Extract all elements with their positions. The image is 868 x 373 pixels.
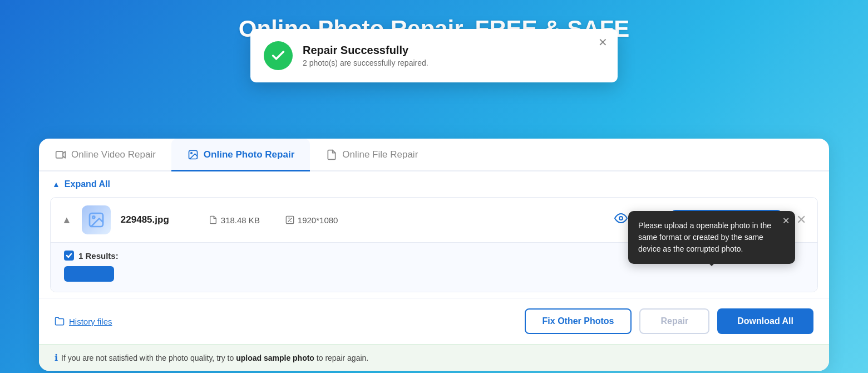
results-checkbox[interactable]: [64, 251, 74, 261]
download-all-button[interactable]: Download All: [717, 308, 813, 334]
svg-point-7: [619, 217, 623, 220]
svg-point-5: [92, 216, 95, 218]
photo-icon: [187, 149, 199, 161]
history-files-label: History files: [69, 317, 112, 326]
tab-photo-label: Online Photo Repair: [204, 149, 294, 160]
bottom-actions: Fix Other Photos Repair Download All: [525, 308, 813, 334]
tab-photo[interactable]: Online Photo Repair: [171, 139, 310, 171]
results-count-label: 1 Results:: [78, 251, 119, 261]
file-thumbnail: [82, 205, 111, 234]
toast-text: Repair Successfully 2 photo(s) are succe…: [303, 44, 428, 67]
toast-title: Repair Successfully: [303, 44, 428, 57]
expand-all-row[interactable]: ▲ Expand All: [39, 171, 829, 197]
chevron-up-icon: ▲: [52, 180, 60, 189]
file-dimensions: 1920*1080: [298, 215, 338, 225]
repair-button[interactable]: Repair: [639, 308, 709, 334]
footer-hint-suffix: to repair again.: [314, 354, 368, 362]
file-size: 318.48 KB: [221, 215, 260, 225]
file-icon: [326, 149, 338, 161]
file-close-icon[interactable]: ✕: [796, 213, 806, 227]
info-icon: ℹ: [55, 352, 58, 363]
svg-point-3: [191, 153, 193, 154]
tab-file[interactable]: Online File Repair: [310, 139, 433, 171]
bottom-bar: History files Fix Other Photos Repair Do…: [39, 298, 829, 344]
toast-close-button[interactable]: ✕: [598, 37, 608, 48]
svg-rect-0: [56, 151, 63, 158]
tooltip-close-button[interactable]: ✕: [782, 215, 790, 226]
video-icon: [55, 149, 67, 161]
result-preview-bar: [64, 266, 114, 282]
footer-hint-prefix: If you are not satisfied with the photo …: [61, 354, 236, 362]
tabs-row: Online Video Repair Online Photo Repair …: [39, 139, 829, 171]
expand-all-label: Expand All: [65, 179, 110, 189]
file-row-chevron[interactable]: ▲: [62, 214, 72, 226]
footer-hint-text: If you are not satisfied with the photo …: [61, 354, 368, 362]
main-panel: Online Video Repair Online Photo Repair …: [39, 139, 829, 371]
tab-file-label: Online File Repair: [342, 149, 418, 160]
preview-icon[interactable]: [614, 212, 628, 228]
success-toast: Repair Successfully 2 photo(s) are succe…: [250, 29, 618, 82]
file-dimensions-meta: 1920*1080: [285, 215, 363, 225]
history-files-link[interactable]: History files: [55, 316, 112, 326]
tooltip-box: ✕ Please upload a openable photo in the …: [628, 211, 795, 264]
fix-other-button[interactable]: Fix Other Photos: [525, 308, 632, 334]
tab-video[interactable]: Online Video Repair: [39, 139, 171, 171]
toast-subtitle: 2 photo(s) are successfully repaired.: [303, 58, 428, 67]
tooltip-text: Please upload a openable photo in the sa…: [638, 221, 771, 253]
file-size-meta: 318.48 KB: [209, 215, 275, 225]
file-section: ▲ 229485.jpg 318.48 KB: [50, 197, 818, 292]
file-name: 229485.jpg: [121, 214, 199, 225]
footer-hint: ℹ If you are not satisfied with the phot…: [39, 344, 829, 371]
tab-video-label: Online Video Repair: [71, 149, 156, 160]
footer-hint-bold: upload sample photo: [236, 354, 314, 362]
success-icon: [264, 41, 293, 70]
